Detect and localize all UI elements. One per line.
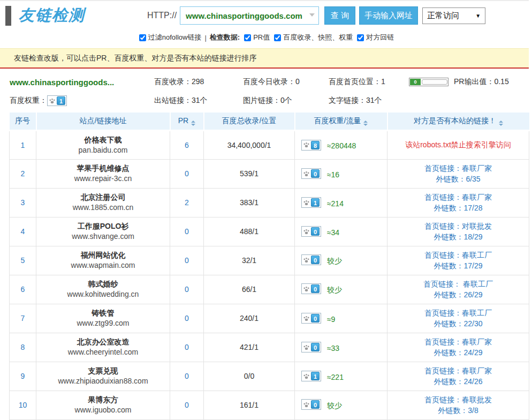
home-link[interactable]: 首页链接： 春联工厂 (387, 279, 529, 289)
out-link-count[interactable]: 外链数：3/8 (387, 405, 529, 416)
baidu-weight-label: 百度权重： (10, 96, 47, 106)
stat-value: 0 (295, 77, 300, 86)
header-pr-sort[interactable]: PR (170, 112, 204, 130)
site-url[interactable]: www.wapmain.com (36, 260, 170, 271)
site-name: 果博东方 (36, 395, 170, 405)
sort-icon (191, 121, 195, 126)
out-link-count[interactable]: 外链数：22/30 (387, 318, 529, 329)
filter-pr-label: PR值 (253, 33, 270, 42)
home-link[interactable]: 首页链接：春联厂家 (387, 336, 529, 347)
row-index: 2 (10, 159, 36, 188)
site-name: 北京注册公司 (36, 192, 170, 202)
paw-icon (303, 257, 310, 264)
site-url[interactable]: pan.baidu.com (36, 145, 170, 155)
weight-level: 0 (311, 400, 320, 409)
paw-icon (303, 199, 310, 206)
out-link-count[interactable]: 外链数：17/29 (387, 260, 529, 271)
site-url[interactable]: www.shvange.com (36, 231, 170, 242)
access-status-value: 正常访问 (427, 11, 459, 21)
baidu-collect-position: 161/1 (204, 391, 295, 419)
table-header-row: 序号 站点/链接地址 PR 百度总收录/位置 百度权重/流量 对方是否有本站的链… (10, 112, 529, 130)
table-row: 6 韩式婚纱 www.kohitwedding.cn 0 66/1 0 较少 首… (10, 275, 529, 304)
home-link[interactable]: 首页链接：春联批发 (387, 394, 529, 405)
header-link-sort[interactable]: 对方是否有本站的链接！ (387, 112, 529, 130)
site-url[interactable]: www.1885.com.cn (36, 202, 170, 213)
url-combo (180, 6, 319, 25)
home-link[interactable]: 首页链接：春联厂家 (387, 163, 529, 174)
pr-bar-empty (422, 79, 447, 85)
out-link-count[interactable]: 外链数：17/28 (387, 202, 529, 213)
out-link-count[interactable]: 外链数：26/29 (387, 289, 529, 300)
header-weight-label: 百度权重/流量 (314, 116, 361, 125)
site-url[interactable]: www.cheeryintel.com (36, 347, 170, 357)
filter-pr-checkbox[interactable] (244, 34, 251, 41)
out-link-count[interactable]: 外链数：18/29 (387, 231, 529, 242)
site-url[interactable]: www.repair-3c.cn (36, 174, 170, 184)
stat-baidu-homepos: 百度首页位置：1 (329, 77, 409, 87)
baidu-weight-badge: 0 (301, 342, 321, 352)
stat-label: 出站链接： (154, 96, 192, 104)
top-header: 友链检测 HTTP:// 查 询 手动输入网址 正常访问 ▼ (0, 0, 529, 30)
page: 友链检测 HTTP:// 查 询 手动输入网址 正常访问 ▼ 过滤nofollo… (0, 0, 529, 420)
stat-baidu-today: 百度今日收录：0 (243, 77, 329, 87)
baidu-weight-line: 百度权重： 1 (10, 95, 154, 106)
out-link-count[interactable]: 外链数：6/35 (387, 174, 529, 184)
site-url[interactable]: www.ztg99.com (36, 318, 170, 328)
stat-value: 0个 (280, 96, 292, 104)
baidu-collect-position: 66/1 (204, 275, 295, 304)
baidu-collect-position: 0/0 (204, 362, 295, 391)
stat-img-links: 图片链接：0个 (243, 96, 329, 106)
site-name: 铸铁管 (36, 308, 170, 318)
home-link[interactable]: 首页链接：春联工厂 (387, 250, 529, 260)
chevron-down-icon[interactable] (309, 13, 315, 17)
baidu-weight-badge: 0 (301, 226, 321, 237)
checked-domain-link[interactable]: www.chinasportinggoods... (10, 78, 154, 87)
row-index: 1 (10, 130, 36, 159)
filter-divider: | (204, 34, 206, 42)
site-name: 韩式婚纱 (36, 279, 170, 289)
pr-value: 0 (170, 217, 204, 246)
out-link-count[interactable]: 外链数：24/29 (387, 347, 529, 358)
url-input[interactable] (180, 6, 319, 25)
stat-label: 文字链接： (329, 96, 366, 104)
site-name: 北京办公室改造 (36, 337, 170, 347)
weight-level: 0 (311, 227, 320, 236)
baidu-weight-badge: 0 (301, 399, 321, 410)
site-url[interactable]: www.zhipiaoduixian88.com (36, 376, 170, 386)
header-weight-sort[interactable]: 百度权重/流量 (295, 112, 387, 130)
stat-value: 1 (381, 77, 385, 86)
table-row: 1 价格表下载 pan.baidu.com 6 34,400,000/1 8 ≈… (10, 130, 529, 159)
weight-level: 0 (311, 314, 320, 322)
home-link[interactable]: 首页链接：对联批发 (387, 221, 529, 231)
row-index: 8 (10, 333, 36, 362)
filter-baidu-checkbox[interactable] (274, 34, 281, 41)
out-link-count[interactable]: 外链数：24/26 (387, 376, 529, 387)
notice-banner: 友链检查改版，可以点击PR、百度权重、对方是否有本站的链接进行排序 (0, 48, 529, 69)
home-link[interactable]: 首页链接：春联工厂 (387, 308, 529, 318)
baidu-weight-badge: 8 (301, 140, 321, 151)
stat-baidu-collect: 百度收录：298 (154, 77, 243, 87)
site-name: 价格表下载 (36, 135, 170, 145)
baidu-collect-position: 488/1 (204, 217, 295, 246)
pr-value: 0 (170, 246, 204, 275)
site-url[interactable]: www.iguobo.com (36, 405, 170, 415)
manual-input-button[interactable]: 手动输入网址 (359, 6, 418, 25)
weight-level: 0 (311, 256, 320, 264)
row-index: 9 (10, 362, 36, 391)
paw-icon (303, 228, 310, 235)
site-url[interactable]: www.kohitwedding.cn (36, 289, 170, 299)
sort-icon (499, 121, 503, 126)
query-button[interactable]: 查 询 (324, 6, 355, 25)
filter-nofollow-checkbox[interactable] (139, 34, 146, 41)
site-name: 福州网站优化 (36, 250, 170, 260)
home-link[interactable]: 首页链接：春联厂家 (387, 365, 529, 376)
pr-value: 0 (170, 159, 204, 188)
weight-level: 1 (311, 198, 320, 207)
home-link[interactable]: 首页链接：春联厂家 (387, 192, 529, 202)
access-status-select[interactable]: 正常访问 ▼ (422, 8, 485, 24)
filter-backlink-checkbox[interactable] (357, 34, 364, 41)
row-index: 3 (10, 188, 36, 217)
baidu-collect-position: 539/1 (204, 159, 295, 188)
pr-value: 0 (170, 304, 204, 333)
site-name: 支票兑现 (36, 366, 170, 376)
